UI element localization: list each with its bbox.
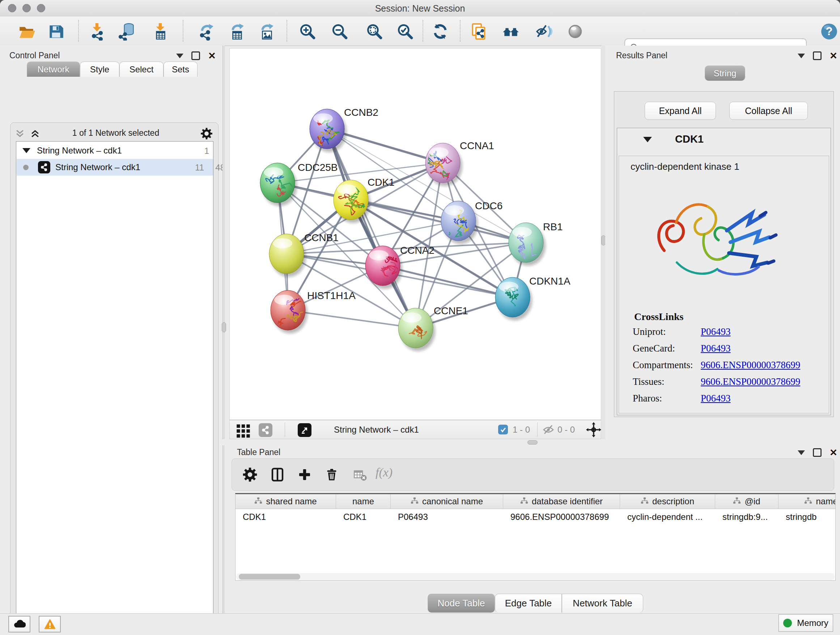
- tree-expander-icon[interactable]: [22, 148, 30, 153]
- hide-selected-icon[interactable]: [534, 22, 553, 41]
- network-canvas[interactable]: CCNB2CCNA1CDC25BCDK1CDC6RB1CCNB1CCNA2CDK…: [229, 48, 601, 420]
- table-cell[interactable]: P06493: [391, 509, 503, 525]
- delete-table-icon[interactable]: [350, 465, 370, 485]
- column-header-database-identifier[interactable]: database identifier: [503, 494, 620, 509]
- crosslink-link[interactable]: 9606.ENSP00000378699: [701, 376, 800, 387]
- table-cell[interactable]: CDK1: [336, 509, 391, 525]
- help-icon[interactable]: ?: [820, 22, 838, 41]
- tab-sets[interactable]: Sets: [164, 62, 197, 77]
- fit-selected-crosshair-icon[interactable]: [586, 422, 602, 439]
- panel-float-icon[interactable]: [191, 51, 200, 60]
- network-node-ccne1[interactable]: [398, 308, 435, 351]
- panel-close-icon[interactable]: ✕: [829, 52, 837, 59]
- warnings-button[interactable]: [39, 616, 61, 632]
- first-neighbors-icon[interactable]: [501, 22, 520, 41]
- clone-network-icon[interactable]: [470, 22, 488, 41]
- column-header-namespace[interactable]: namespace: [778, 494, 836, 509]
- zoom-fit-icon[interactable]: [365, 22, 384, 41]
- crosslink-link[interactable]: P06493: [701, 393, 731, 404]
- shared-column-icon: [733, 496, 741, 507]
- network-node-ccna2[interactable]: [365, 246, 403, 289]
- network-node-cdk1[interactable]: [333, 180, 370, 223]
- table-row[interactable]: CDK1CDK1P064939606.ENSP00000378699cyclin…: [235, 509, 835, 525]
- network-node-cdc6[interactable]: [441, 201, 478, 244]
- column-header-name[interactable]: name: [336, 494, 391, 509]
- tab-style[interactable]: Style: [80, 62, 119, 77]
- left-splitter-handle[interactable]: [222, 322, 226, 333]
- panel-float-icon[interactable]: [813, 448, 821, 457]
- table-cell[interactable]: CDK1: [235, 509, 336, 525]
- column-header-shared-name[interactable]: shared name: [235, 494, 336, 509]
- delete-column-trash-icon[interactable]: [322, 465, 341, 485]
- tab-node-table[interactable]: Node Table: [428, 594, 495, 613]
- tab-select[interactable]: Select: [119, 62, 164, 77]
- crosslink-link[interactable]: P06493: [701, 326, 731, 337]
- import-network-database-icon[interactable]: [118, 22, 137, 41]
- scrollbar-thumb[interactable]: [239, 574, 300, 580]
- memory-button[interactable]: Memory: [778, 614, 833, 632]
- refresh-icon[interactable]: [431, 22, 450, 41]
- collapse-all-icon[interactable]: [14, 128, 25, 141]
- network-collection-row[interactable]: String Network – cdk1 1: [17, 142, 213, 159]
- zoom-in-icon[interactable]: [298, 22, 317, 41]
- panel-menu-icon[interactable]: [798, 450, 805, 455]
- crosslink-label: Tissues:: [633, 376, 701, 387]
- network-node-cdkn1a[interactable]: [495, 277, 532, 320]
- column-header-canonical-name[interactable]: canonical name: [391, 494, 503, 509]
- crosslink-link[interactable]: P06493: [701, 343, 731, 354]
- panel-menu-icon[interactable]: [798, 54, 805, 58]
- cloud-button[interactable]: [8, 616, 30, 632]
- panel-menu-icon[interactable]: [176, 54, 183, 58]
- show-columns-icon[interactable]: [268, 465, 287, 485]
- panel-close-icon[interactable]: ✕: [829, 449, 837, 456]
- table-cell[interactable]: stringdb:9...: [715, 509, 778, 525]
- column-header--id[interactable]: @id: [715, 494, 778, 509]
- show-all-icon[interactable]: [566, 22, 584, 41]
- horizontal-splitter-handle[interactable]: [527, 440, 538, 445]
- network-row-selected[interactable]: String Network – cdk1 11 48: [17, 159, 213, 176]
- network-node-hist1h1a[interactable]: [271, 290, 309, 333]
- crosslink-link[interactable]: 9606.ENSP00000378699: [701, 359, 800, 371]
- gene-collapse-icon[interactable]: [643, 137, 652, 142]
- tab-edge-table[interactable]: Edge Table: [495, 594, 562, 613]
- open-session-icon[interactable]: [17, 22, 36, 41]
- expand-all-button[interactable]: Expand All: [645, 102, 716, 120]
- network-options-gear-icon[interactable]: [200, 127, 213, 142]
- export-network-icon[interactable]: [197, 22, 216, 41]
- birdseye-view-icon[interactable]: [298, 423, 311, 437]
- table-cell[interactable]: stringdb: [778, 509, 836, 525]
- right-splitter[interactable]: [602, 46, 605, 439]
- table-horizontal-scrollbar[interactable]: [236, 573, 835, 580]
- network-node-rb1[interactable]: [508, 223, 546, 266]
- selected-checkbox-icon[interactable]: [498, 424, 508, 434]
- zoom-selected-icon[interactable]: [396, 22, 415, 41]
- tab-string[interactable]: String: [705, 65, 745, 81]
- tab-network[interactable]: Network: [27, 62, 80, 77]
- zoom-out-icon[interactable]: [330, 22, 349, 41]
- horizontal-splitter[interactable]: [223, 439, 840, 445]
- panel-close-icon[interactable]: ✕: [208, 52, 216, 59]
- table-cell[interactable]: cyclin-dependent ...: [620, 509, 715, 525]
- table-cell[interactable]: 9606.ENSP00000378699: [503, 509, 620, 525]
- network-node-ccnb2[interactable]: [309, 109, 347, 152]
- panel-float-icon[interactable]: [813, 51, 821, 60]
- import-network-file-icon[interactable]: [88, 22, 106, 41]
- collapse-all-button[interactable]: Collapse All: [729, 102, 808, 120]
- import-table-file-icon[interactable]: [151, 22, 170, 41]
- network-view-share-icon[interactable]: [259, 423, 272, 437]
- save-session-icon[interactable]: [47, 22, 65, 41]
- table-gear-icon[interactable]: [240, 465, 260, 485]
- grid-view-icon[interactable]: [234, 421, 253, 440]
- fx-function-icon[interactable]: f(x): [376, 466, 393, 479]
- network-node-cdc25b[interactable]: [260, 163, 297, 206]
- crosslink-row: Uniprot:P06493: [633, 326, 731, 337]
- hidden-eye-icon[interactable]: [542, 424, 554, 437]
- add-column-icon[interactable]: [295, 465, 314, 485]
- tab-network-table[interactable]: Network Table: [562, 594, 643, 613]
- network-node-ccnb1[interactable]: [269, 234, 306, 277]
- export-image-icon[interactable]: [257, 22, 276, 41]
- expand-all-icon[interactable]: [30, 128, 41, 141]
- column-header-description[interactable]: description: [620, 494, 715, 509]
- export-table-icon[interactable]: [228, 22, 247, 41]
- network-node-ccna1[interactable]: [425, 143, 462, 187]
